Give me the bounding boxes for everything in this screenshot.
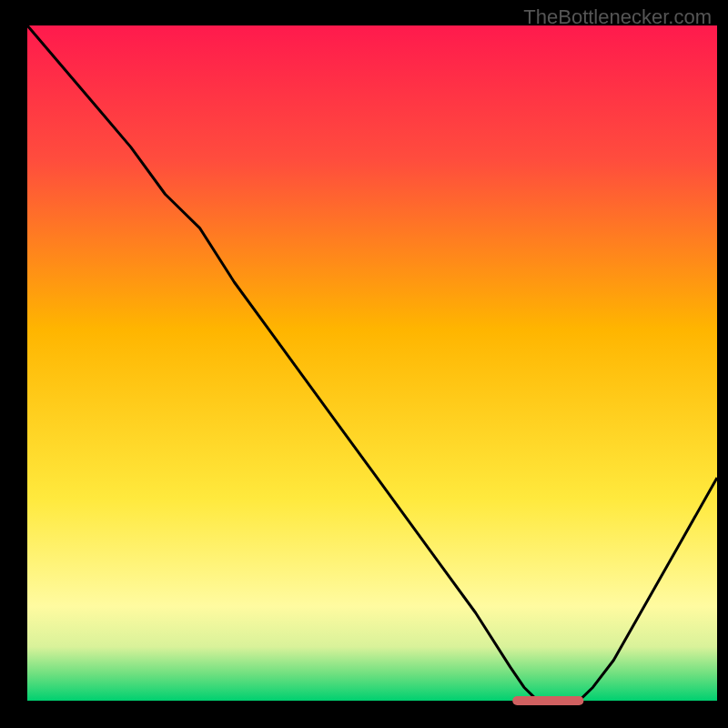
plot-background <box>27 25 717 701</box>
bottleneck-chart <box>0 0 728 728</box>
watermark-text: TheBottlenecker.com <box>523 5 712 29</box>
chart-svg <box>0 0 728 728</box>
